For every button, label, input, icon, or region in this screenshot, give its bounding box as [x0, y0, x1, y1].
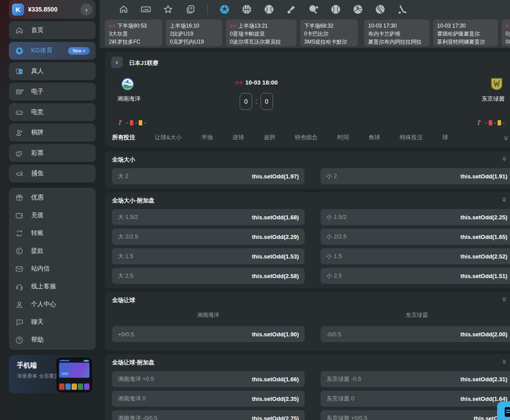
badminton-icon[interactable]: [286, 4, 297, 15]
sidebar-item-fishing[interactable]: 捕鱼: [9, 165, 96, 182]
odd-button[interactable]: 小 2this.setOdd(1.91): [321, 168, 510, 184]
card-home: 2比萨U19: [170, 30, 218, 38]
match-card[interactable]: 下半场90:53 3大坎普 2科罗拉多FC: [105, 20, 162, 46]
wallet-icon: [15, 211, 24, 220]
sidebar-item-customer-service[interactable]: 线上客服: [9, 278, 96, 295]
match-card[interactable]: 10-03 17:30 布内卡兰萨维 夏普尔布内阿拉拉阿拉: [364, 20, 430, 46]
odd-button[interactable]: -0/0.5this.setOdd(2.00): [321, 326, 510, 342]
baseball-icon[interactable]: [330, 4, 341, 15]
left-edge-strip: [0, 0, 9, 420]
headset-icon: [15, 282, 24, 291]
live-icon[interactable]: LIVE: [141, 4, 151, 15]
sidebar-item-board-games[interactable]: 棋牌: [9, 124, 96, 141]
card-away: 基利亚特阿娜夏普尔: [437, 38, 494, 46]
tab-time[interactable]: 时间: [337, 133, 349, 141]
odd-button[interactable]: +0/0.5this.setOdd(1.90): [112, 326, 305, 342]
odd-button[interactable]: 湘南海洋 0this.setOdd(2.35): [112, 391, 305, 407]
tab-all-bets[interactable]: 所有投注: [112, 133, 135, 141]
star-icon[interactable]: [163, 4, 173, 15]
sidebar-item-help[interactable]: 帮助: [9, 331, 96, 349]
odd-button[interactable]: 东京绿茵 +0/0.5this.setOdd(: [321, 410, 510, 420]
match-card[interactable]: 上半场16:10 2比萨U19 0克罗托内U19: [166, 20, 222, 46]
red-card-icon: [489, 120, 492, 125]
match-card[interactable]: 下半场68:32 0卡巴比尔 3MS提拉哈卡默尔: [300, 20, 358, 46]
hockey-icon[interactable]: [397, 4, 408, 15]
collapse-chevron-icon[interactable]: [501, 197, 507, 203]
odd-button[interactable]: 大 1.5this.setOdd(1.53): [112, 248, 305, 264]
sidebar-item-withdraw[interactable]: 提款: [9, 242, 96, 260]
odd-button[interactable]: 大 1.5/2this.setOdd(1.68): [112, 209, 305, 225]
sidebar-item-kg-sports[interactable]: KG体育 New +: [9, 42, 96, 60]
stat-value: -: [126, 120, 128, 126]
soccer-icon[interactable]: [219, 4, 230, 15]
sidebar-item-profile[interactable]: 个人中心: [9, 295, 96, 313]
league-title: 日本J1联赛: [129, 59, 158, 67]
transfer-arrows-icon: [15, 229, 24, 238]
odd-button[interactable]: 大 2/2.5this.setOdd(2.29): [112, 229, 305, 245]
odd-button[interactable]: 大 2this.setOdd(1.97): [112, 168, 305, 184]
match-center-info: 10-03 18:00 0 : 0: [105, 79, 408, 110]
collapse-chevron-icon[interactable]: [501, 359, 507, 365]
tab-handicap-ou[interactable]: 让球&大小: [155, 133, 182, 141]
tab-corners[interactable]: 角球: [369, 133, 380, 141]
tab-specials-combo[interactable]: 特色组合: [295, 133, 318, 141]
gamepad-icon: [15, 108, 24, 117]
sidebar-item-messages[interactable]: 站内信: [9, 260, 96, 278]
odd-button[interactable]: 小 2/2.5this.setOdd(1.65): [321, 229, 510, 245]
tab-special-bets[interactable]: 特殊投注: [400, 133, 423, 141]
odd-button[interactable]: 东京绿茵 0this.setOdd(1.64): [321, 391, 510, 407]
collapse-chevron-icon[interactable]: [501, 156, 507, 162]
nav-divider: [207, 4, 208, 15]
sidebar-item-deposit[interactable]: 充值: [9, 206, 96, 224]
sidebar-item-esports[interactable]: 电竞: [9, 103, 96, 121]
widget-icon: [505, 407, 510, 417]
collapse-chevron-icon[interactable]: [501, 296, 507, 303]
odd-button[interactable]: 湘南海洋 +0.5this.setOdd(1.66): [112, 371, 305, 387]
cricket-icon[interactable]: [375, 4, 386, 15]
odd-button[interactable]: 东京绿茵 -0.5this.setOdd(2.31): [321, 371, 510, 387]
basketball-icon[interactable]: [241, 4, 252, 15]
tab-correct-score[interactable]: 波胆: [264, 133, 275, 141]
tab-goals[interactable]: 进球: [233, 133, 244, 141]
sidebar: K ¥335.8500 › 首页 KG体育 New + 真人 电子 电竞 棋牌: [9, 0, 96, 393]
odd-button[interactable]: 小 1.5this.setOdd(2.52): [321, 248, 510, 264]
tennis-icon[interactable]: [264, 4, 274, 15]
sidebar-item-slots[interactable]: 电子: [9, 83, 96, 101]
sidebar-item-promotions[interactable]: 优惠: [9, 189, 96, 206]
odd-button[interactable]: 小 2.5this.setOdd(1.51): [321, 268, 510, 284]
top-bar: LIVE: [100, 0, 510, 48]
match-card[interactable]: 上半场11:26 0奥洛莫茨U19 0利贝雷茨U19: [502, 20, 510, 46]
odd-button[interactable]: 大 2.5this.setOdd(2.58): [112, 268, 305, 284]
chess-player-icon: [15, 128, 24, 137]
sidebar-item-chat[interactable]: 聊天: [9, 313, 96, 331]
mobile-app-promo-card[interactable]: 手机端 海量赛事 全面覆盖!: [9, 355, 96, 393]
back-button[interactable]: ‹: [111, 57, 123, 68]
handicap-column-headers: 湘南海洋 东京绿茵: [105, 307, 510, 324]
card-home: 0奥洛莫茨U19: [506, 30, 510, 38]
fish-icon: [15, 169, 24, 178]
away-column-header: 东京绿茵: [321, 311, 510, 319]
volleyball-icon[interactable]: [353, 4, 363, 15]
sidebar-item-home[interactable]: 首页: [9, 21, 96, 39]
match-card[interactable]: 10-03 17:30 霍德哈萨隆夏普尔 基利亚特阿娜夏普尔: [433, 20, 498, 46]
section-title: 全场让球-附加盘: [105, 354, 510, 369]
betslip-icon[interactable]: [185, 4, 196, 15]
tab-overflow[interactable]: 球: [442, 133, 448, 141]
tabs-expand-chevron-icon[interactable]: [503, 135, 509, 141]
user-icon: [15, 300, 24, 309]
odd-button[interactable]: 湘南海洋 -0/0.5this.setOdd(2.75): [112, 410, 305, 420]
odd-button[interactable]: 小 1.5/2this.setOdd(2.25): [321, 209, 510, 225]
gift-icon: [15, 193, 24, 202]
sidebar-item-label: 个人中心: [31, 300, 56, 308]
floating-service-widget[interactable]: [497, 401, 510, 420]
table-tennis-icon[interactable]: [308, 4, 319, 15]
home-icon[interactable]: [118, 4, 129, 15]
market-section-total: 全场大小 大 2this.setOdd(1.97) 小 2this.setOdd…: [105, 151, 510, 189]
balance-expand-button[interactable]: ›: [80, 4, 92, 16]
tab-half[interactable]: 半场: [201, 133, 213, 141]
match-card[interactable]: 上半场13:21 0普瑞卡帕提亚 0波尔塔瓦沃尔斯克拉: [226, 20, 297, 46]
sidebar-item-lottery[interactable]: 彩票: [9, 144, 96, 162]
sidebar-item-label: 转账: [31, 229, 44, 237]
sidebar-item-transfer[interactable]: 转账: [9, 224, 96, 242]
sidebar-item-live-casino[interactable]: 真人: [9, 62, 96, 80]
